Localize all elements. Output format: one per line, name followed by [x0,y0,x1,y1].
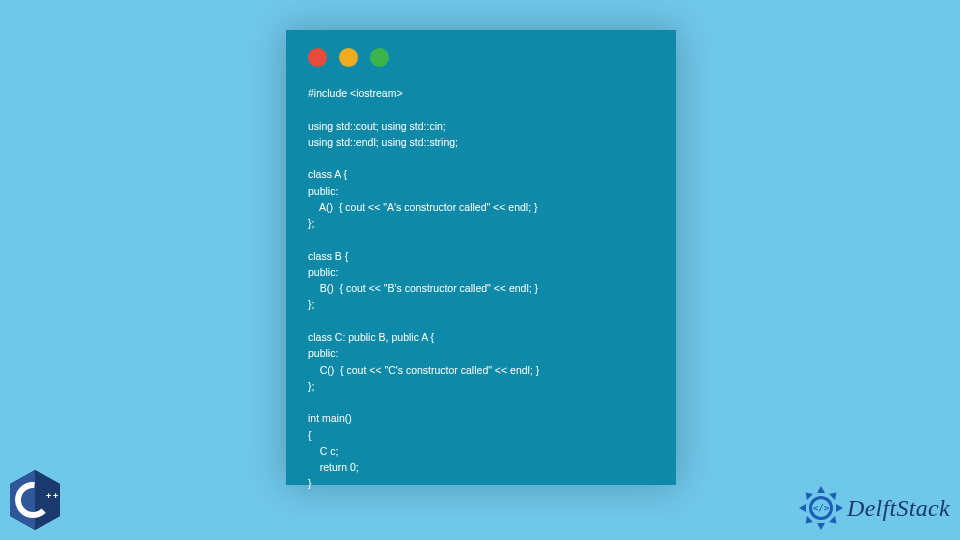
delftstack-branding: </> DelftStack [797,484,950,532]
maximize-icon[interactable] [370,48,389,67]
svg-marker-13 [806,516,814,524]
cpp-logo-icon: + + [6,468,64,532]
code-block: #include <iostream> using std::cout; usi… [308,85,654,492]
svg-marker-7 [817,523,825,530]
close-icon[interactable] [308,48,327,67]
svg-marker-12 [829,516,837,524]
svg-text:+: + [46,491,51,501]
traffic-lights [308,48,654,67]
svg-marker-11 [806,493,814,501]
delftstack-badge-icon: </> [797,484,845,532]
svg-marker-2 [10,470,35,530]
minimize-icon[interactable] [339,48,358,67]
svg-marker-6 [817,486,825,493]
svg-text:</>: </> [813,503,830,513]
delftstack-text: DelftStack [847,495,950,522]
svg-marker-9 [836,504,843,512]
svg-marker-10 [829,493,837,501]
svg-marker-8 [799,504,806,512]
svg-text:+: + [53,491,58,501]
code-window: #include <iostream> using std::cout; usi… [286,30,676,485]
